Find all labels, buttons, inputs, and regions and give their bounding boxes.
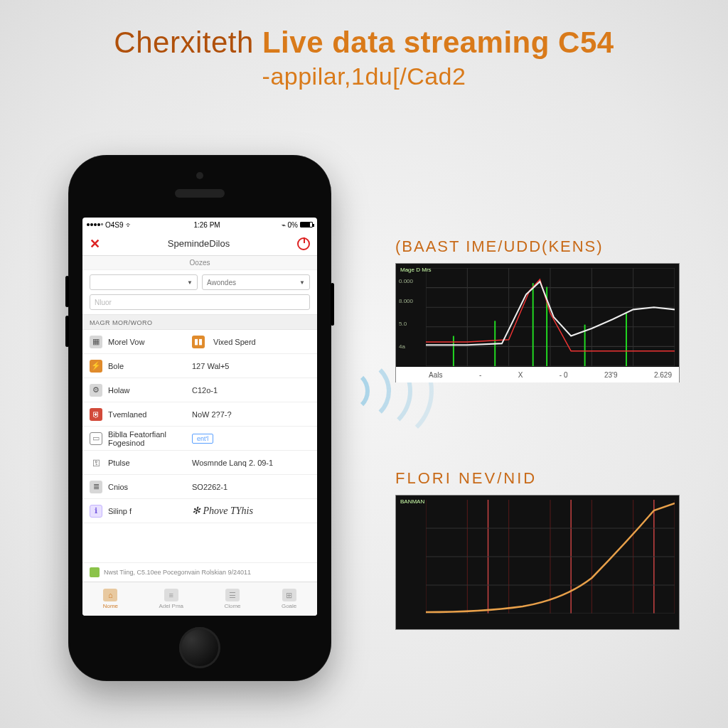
tab-adel pma[interactable]: ≡Adel Pma	[159, 589, 183, 609]
key-icon: ⚿	[90, 456, 102, 469]
tab-goale[interactable]: ⊞Goale	[282, 589, 296, 609]
power-button[interactable]	[331, 283, 334, 326]
headline-sub: -appilar,1du[/Cad2	[0, 63, 728, 90]
volume-down-button[interactable]	[65, 316, 69, 347]
bluetooth-icon: ⌁	[282, 221, 286, 229]
row-value: 127 Wal+5	[192, 362, 230, 370]
chart-2-box: BANMAN	[395, 495, 680, 630]
list-item[interactable]: ≣CniosSO2262-1	[82, 475, 317, 499]
row-value: Wosmnde Lanq 2. 09-1	[192, 459, 273, 467]
grid-icon: ⊞	[282, 589, 296, 601]
row-label: Bole	[108, 362, 186, 370]
tab-clome[interactable]: ☰Clome	[224, 589, 240, 609]
row-value: Vixed Sperd	[213, 338, 256, 346]
user-icon: ☰	[225, 589, 240, 601]
headline-brand: Cherxiteth	[114, 26, 253, 59]
tab-bar: ⌂Nome≡Adel Pma☰Clome⊞Goale	[82, 582, 317, 616]
bolt-icon: ⚡	[90, 360, 102, 373]
chart-2: FLORI NEV/NID BANMAN	[395, 469, 680, 630]
phone-device: O4S9 ᯤ 1:26 PM ⌁ 0% ✕ SpemindeDilos Ooze…	[68, 155, 331, 681]
row-value: C12o-1	[192, 386, 218, 395]
placeholder: Nluor	[95, 299, 112, 306]
list-item[interactable]: ℹSilinp f✻ Phove TYhis	[82, 499, 317, 523]
chart-1-corner: Mage D Mrs	[400, 267, 432, 273]
footer-note: Nwst Tiing, C5.10ee Pocegonvain Rolskian…	[82, 562, 317, 582]
nav-bar: ✕ SpemindeDilos	[82, 232, 317, 256]
list-item[interactable]: ⚙HolawC12o-1	[82, 378, 317, 402]
headline-main: Live data streaming C54	[262, 26, 614, 59]
headline: Cherxiteth Live data streaming C54 -appi…	[0, 26, 728, 90]
chart-1-svg	[426, 268, 675, 366]
row-label: Morel Vow	[108, 338, 186, 346]
row-chip[interactable]: ent'l	[192, 434, 213, 444]
clock: 1:26 PM	[193, 221, 220, 229]
row-value: ✻ Phove TYhis	[192, 505, 253, 517]
row-label: Silinp f	[108, 507, 186, 515]
shield-icon: ⛨	[90, 408, 102, 421]
row-label: Ptulse	[108, 459, 186, 467]
list-item[interactable]: ⚿PtulseWosmnde Lanq 2. 09-1	[82, 451, 317, 475]
grid-icon: ▦	[90, 336, 102, 348]
battery-icon	[300, 222, 313, 228]
status-bar: O4S9 ᯤ 1:26 PM ⌁ 0%	[82, 218, 317, 232]
screen-title: SpemindeDilos	[168, 238, 230, 249]
bar-icon: ▮▮	[192, 336, 205, 348]
tab-nome[interactable]: ⌂Nome	[103, 589, 118, 609]
row-label: Tvemlaned	[108, 410, 186, 419]
list-item[interactable]: ▦Morel Vow▮▮Vixed Sperd	[82, 330, 317, 354]
data-rows: ▦Morel Vow▮▮Vixed Sperd⚡Bole127 Wal+5⚙Ho…	[82, 330, 317, 562]
wifi-icon: ᯤ	[126, 221, 133, 229]
row-value: NoW 2?7-?	[192, 410, 232, 419]
chart-1-box: Mage D Mrs 0.000 8.000 5.0 4a A	[395, 263, 680, 382]
close-icon[interactable]: ✕	[90, 236, 100, 252]
chevron-down-icon: ▼	[299, 279, 305, 286]
signal-dots-icon	[87, 223, 103, 226]
chart-2-corner: BANMAN	[400, 498, 424, 505]
chart-1-xaxis: Aals - X - 0 23'9 2.629	[396, 367, 679, 382]
chart-2-title: FLORI NEV/NID	[395, 469, 680, 488]
box-icon: ▭	[90, 432, 102, 445]
carrier-label: O4S9	[105, 221, 124, 229]
tab-label: Nome	[103, 603, 118, 609]
note-icon	[90, 567, 100, 577]
gear-icon: ⚙	[90, 384, 102, 397]
search-input[interactable]: Nluor	[90, 294, 310, 310]
phone-screen: O4S9 ᯤ 1:26 PM ⌁ 0% ✕ SpemindeDilos Ooze…	[82, 218, 317, 616]
tab-label: Adel Pma	[159, 603, 183, 609]
select-2[interactable]: Awondes ▼	[202, 274, 310, 290]
list-icon: ≡	[164, 589, 178, 601]
row-label: Cnios	[108, 483, 186, 491]
file-icon: ≣	[90, 481, 102, 493]
select-1[interactable]: ▼	[90, 274, 198, 290]
list-item[interactable]: ▭Biblla Featorfianl Fogesinodent'l	[82, 427, 317, 451]
chart-1: (BAAST IME/UDD(KENS) Mage D Mrs 0.000 8.…	[395, 237, 680, 382]
info-icon: ℹ	[90, 505, 102, 518]
row-label: Holaw	[108, 386, 186, 395]
power-icon[interactable]	[297, 237, 310, 250]
home-button[interactable]	[179, 627, 220, 668]
battery-percent: 0%	[288, 221, 298, 229]
row-label: Biblla Featorfianl Fogesinod	[108, 430, 186, 447]
volume-up-button[interactable]	[65, 276, 69, 307]
section-header: MAGR MOR/WORO	[82, 314, 317, 330]
tab-label: Clome	[224, 603, 240, 609]
list-item[interactable]: ⛨TvemlanedNoW 2?7-?	[82, 402, 317, 427]
home-icon: ⌂	[103, 589, 117, 601]
sub-header: Oozes	[82, 256, 317, 270]
chart-1-title: (BAAST IME/UDD(KENS)	[395, 237, 680, 256]
row-value: SO2262-1	[192, 483, 228, 491]
chart-2-svg	[426, 500, 675, 614]
list-item[interactable]: ⚡Bole127 Wal+5	[82, 354, 317, 378]
chevron-down-icon: ▼	[187, 279, 193, 286]
tab-label: Goale	[282, 603, 296, 609]
